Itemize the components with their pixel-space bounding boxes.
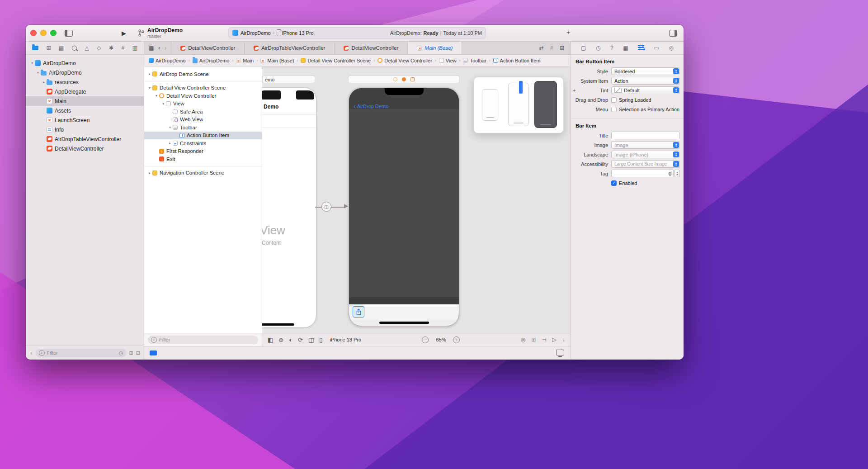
table-scene-header[interactable]: emo [262, 76, 315, 83]
close-window-button[interactable] [30, 30, 37, 36]
image-combo[interactable]: Image ▲▼ [611, 141, 680, 149]
action-bar-button-item[interactable] [353, 306, 364, 317]
accessibility-image-combo[interactable]: Large Content Size Image ▲▼ [611, 160, 680, 168]
jumpbar-item[interactable]: Main [236, 58, 254, 63]
add-file-button[interactable]: + [29, 350, 33, 356]
exit-handle-icon[interactable] [410, 77, 415, 81]
file-row[interactable]: Main [26, 96, 144, 106]
outline-row[interactable]: ▾Detail View Controller [144, 92, 262, 100]
adaptation-icon[interactable]: ◫ [308, 336, 314, 343]
attributes-inspector-icon[interactable] [638, 45, 644, 51]
connections-inspector-icon[interactable]: ◎ [669, 45, 673, 51]
outline-filter-field[interactable]: ≡ Filter [148, 336, 258, 344]
first-responder-handle-icon[interactable] [402, 77, 406, 81]
scm-status-filter-icon[interactable]: ⊞ [129, 350, 133, 356]
toolbar-view[interactable] [349, 304, 459, 320]
disclosure-triangle[interactable]: ▾ [29, 61, 35, 65]
back-history-icon[interactable]: ‹ [158, 45, 160, 51]
view-controller-handle-icon[interactable] [393, 77, 397, 81]
history-inspector-icon[interactable]: ◷ [596, 45, 600, 51]
issues-navigator-icon[interactable]: △ [85, 45, 89, 51]
file-row[interactable]: DetailViewController [26, 144, 144, 153]
outline-row[interactable]: First Responder [144, 147, 262, 156]
device-thumbnail-medium[interactable] [508, 83, 529, 126]
jumpbar-item[interactable]: Action Button Item [493, 58, 541, 63]
editor-tab[interactable]: Main (Base) [408, 42, 462, 54]
placeholder-subtitle[interactable]: Content [262, 240, 281, 246]
zoom-out-button[interactable]: − [422, 336, 429, 343]
zoom-level[interactable]: 65% [436, 337, 446, 342]
toggle-inspector-icon[interactable] [669, 30, 677, 37]
reports-navigator-icon[interactable]: ▥ [132, 45, 137, 51]
jumpbar-item[interactable]: Toolbar [463, 58, 486, 63]
traits-icon[interactable]: ⊕ [278, 336, 283, 343]
orientation-icon[interactable]: ⟳ [298, 336, 303, 343]
toggle-navigator-icon[interactable] [65, 30, 73, 37]
bookmarks-navigator-icon[interactable]: ▤ [59, 45, 64, 51]
file-row[interactable]: ▸resources [26, 77, 144, 87]
enabled-checkbox[interactable] [611, 180, 617, 186]
tests-navigator-icon[interactable]: ◇ [97, 45, 101, 51]
outline-row[interactable]: ▸Constraints [144, 139, 262, 147]
device-thumbnail-dark[interactable] [534, 81, 557, 128]
editor-tab[interactable]: AirDropTableViewController [245, 42, 335, 54]
zoom-in-button[interactable]: + [453, 336, 460, 343]
navigator-filter-field[interactable]: ≡ Filter ◷ [36, 349, 127, 357]
flagged-filter-icon[interactable]: ⊟ [136, 350, 140, 356]
jumpbar-item[interactable]: AirDropDemo [193, 57, 230, 63]
placeholder-title[interactable]: View [262, 223, 285, 237]
file-row[interactable]: ▾AirDropDemo [26, 58, 144, 68]
title-field[interactable] [611, 132, 680, 139]
device-name[interactable]: iPhone 13 Pro [330, 337, 361, 342]
style-popup[interactable]: Bordered ▲▼ [611, 67, 680, 75]
disclosure-triangle[interactable]: ▾ [167, 125, 173, 129]
align-icon[interactable]: ⊣ [542, 336, 546, 343]
disclosure-triangle[interactable]: ▾ [154, 94, 159, 98]
zoom-window-button[interactable] [50, 30, 57, 36]
add-constraints-icon[interactable]: ▷ [552, 336, 557, 343]
device-selector-icon[interactable]: ▯ [319, 336, 322, 343]
embed-icon[interactable]: ⊞ [531, 336, 536, 343]
project-branch[interactable]: AirDropDemo master [138, 27, 183, 39]
back-button[interactable]: ‹ AirDrop Demo [354, 103, 388, 109]
outline-row[interactable]: ▾View [144, 100, 262, 108]
detail-view-controller-scene[interactable]: ‹ AirDrop Demo [348, 87, 460, 327]
tint-popup[interactable]: Default ▲▼ [611, 86, 680, 94]
identity-inspector-icon[interactable]: ▦ [623, 45, 628, 51]
outline-row[interactable]: ▸AirDrop Demo Scene [144, 70, 262, 78]
nav-bar-title[interactable]: Demo [264, 104, 278, 110]
debug-navigator-icon[interactable]: ✱ [109, 45, 113, 51]
file-row[interactable]: LaunchScreen [26, 115, 144, 125]
project-navigator-icon[interactable] [32, 46, 38, 50]
outline-row[interactable]: ▾Detail View Controller Scene [144, 84, 262, 92]
file-row[interactable]: AirDropTableViewController [26, 134, 144, 144]
appearance-icon[interactable]: ◐ [289, 336, 292, 343]
selection-primary-action-checkbox[interactable] [611, 107, 617, 112]
landscape-image-combo[interactable]: Image (iPhone) ▲▼ [611, 151, 680, 158]
file-row[interactable]: AppDelegate [26, 87, 144, 96]
outline-row[interactable]: ▾Toolbar [144, 123, 262, 132]
jumpbar-item[interactable]: Detail View Controller [377, 58, 432, 63]
outline-row[interactable]: ▸Navigation Controller Scene [144, 169, 262, 177]
tag-field[interactable]: 0 [611, 170, 674, 177]
add-editor-icon[interactable]: ⊞ [560, 45, 564, 51]
device-bezels-toggle-icon[interactable] [556, 350, 564, 355]
system-item-popup[interactable]: Action ▲▼ [611, 77, 680, 85]
run-button[interactable]: ▶ [122, 30, 126, 36]
disclosure-triangle[interactable]: ▾ [147, 86, 152, 90]
storyboard-canvas[interactable]: emo Demo View Content [262, 66, 571, 333]
disclosure-triangle[interactable]: ▸ [41, 80, 47, 84]
quick-help-inspector-icon[interactable]: ? [610, 45, 613, 51]
scheme-device-name[interactable]: iPhone 13 Pro [282, 30, 314, 36]
recents-filter-icon[interactable]: ◷ [119, 350, 123, 356]
outline-row[interactable]: Exit [144, 155, 262, 163]
source-control-navigator-icon[interactable]: ⊞ [47, 45, 51, 51]
document-outline-toggle[interactable] [150, 351, 157, 355]
spring-loaded-checkbox[interactable] [611, 97, 617, 103]
editor-tab[interactable]: DetailViewController [171, 42, 245, 54]
jumpbar-item[interactable]: Detail View Controller Scene [301, 58, 371, 63]
segue-relationship-icon[interactable]: ◫ [321, 202, 331, 212]
outline-row[interactable]: Web View [144, 116, 262, 124]
file-row[interactable]: Info [26, 125, 144, 134]
disclosure-triangle[interactable]: ▸ [167, 141, 173, 145]
